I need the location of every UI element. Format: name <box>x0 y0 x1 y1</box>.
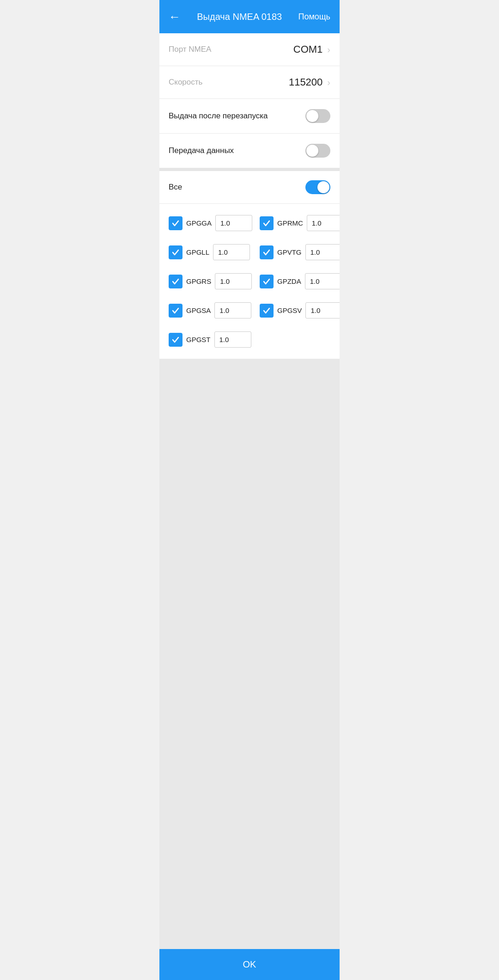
restart-label: Выдача после перезапуска <box>169 111 268 121</box>
nmea-name-gpgst: GPGST <box>186 336 211 343</box>
bottom-spacer <box>159 359 340 949</box>
port-chevron-icon: › <box>327 44 330 55</box>
checkbox-gprmc[interactable] <box>260 216 274 230</box>
speed-value: 115200 <box>289 76 323 88</box>
port-label: Порт NMEA <box>169 45 211 54</box>
nmea-input-gprmc[interactable] <box>307 215 340 231</box>
speed-label: Скорость <box>169 78 202 87</box>
checkbox-gpgrs[interactable] <box>169 275 183 288</box>
nmea-item-gpgsa: GPGSA <box>165 296 256 325</box>
nmea-item-gprmc: GPRMC <box>256 208 340 238</box>
port-row[interactable]: Порт NMEA COM1 › <box>159 33 340 66</box>
nmea-item-gpgga: GPGGA <box>165 208 256 238</box>
checkbox-gpgga[interactable] <box>169 216 183 230</box>
nmea-name-gpgga: GPGGA <box>186 219 212 227</box>
nmea-item-gpgrs: GPGRS <box>165 267 256 296</box>
nmea-name-gpgll: GPGLL <box>186 248 209 256</box>
nmea-input-gpgsa[interactable] <box>214 302 251 318</box>
page-title: Выдача NMEA 0183 <box>197 12 282 22</box>
port-value: COM1 <box>293 43 323 55</box>
nmea-name-gpvtg: GPVTG <box>277 248 302 256</box>
back-button[interactable]: ← <box>169 10 181 24</box>
nmea-name-gprmc: GPRMC <box>277 219 303 227</box>
checkbox-gpgsv[interactable] <box>260 304 274 318</box>
nmea-name-gpgsa: GPGSA <box>186 306 211 314</box>
all-row: Все <box>159 171 340 204</box>
nmea-input-gpgrs[interactable] <box>215 273 252 289</box>
nmea-input-gpgst[interactable] <box>214 331 251 348</box>
content-area: Порт NMEA COM1 › Скорость 115200 › Выдач… <box>159 33 340 949</box>
nmea-input-gpgga[interactable] <box>215 215 252 231</box>
transfer-label: Передача данных <box>169 146 234 155</box>
nmea-name-gpgrs: GPGRS <box>186 277 211 285</box>
transfer-slider <box>305 144 330 158</box>
checkbox-gpgll[interactable] <box>169 245 183 259</box>
nmea-item-gpzda: GPZDA <box>256 267 340 296</box>
nmea-item-gpvtg: GPVTG <box>256 238 340 267</box>
all-toggle[interactable] <box>305 180 330 194</box>
help-button[interactable]: Помощь <box>298 12 330 22</box>
restart-toggle[interactable] <box>305 109 330 123</box>
nmea-grid: GPGGA GPRMC GPGLL <box>159 204 340 359</box>
speed-chevron-icon: › <box>327 77 330 88</box>
nmea-input-gpzda[interactable] <box>305 273 340 289</box>
restart-row: Выдача после перезапуска <box>159 99 340 134</box>
header: ← Выдача NMEA 0183 Помощь <box>159 0 340 33</box>
nmea-input-gpvtg[interactable] <box>305 244 340 260</box>
checkbox-gpvtg[interactable] <box>260 245 274 259</box>
all-slider <box>305 180 330 194</box>
checkbox-gpgst[interactable] <box>169 333 183 347</box>
nmea-item-gpgst: GPGST <box>165 325 256 354</box>
transfer-toggle[interactable] <box>305 144 330 158</box>
all-label: Все <box>169 183 182 192</box>
nmea-name-gpzda: GPZDA <box>277 277 301 285</box>
nmea-name-gpgsv: GPGSV <box>277 306 302 314</box>
nmea-input-gpgsv[interactable] <box>305 302 340 318</box>
nmea-item-gpgll: GPGLL <box>165 238 256 267</box>
ok-button[interactable]: OK <box>159 949 340 980</box>
nmea-item-gpgsv: GPGSV <box>256 296 340 325</box>
checkbox-gpgsa[interactable] <box>169 304 183 318</box>
transfer-row: Передача данных <box>159 134 340 168</box>
nmea-input-gpgll[interactable] <box>213 244 250 260</box>
speed-row[interactable]: Скорость 115200 › <box>159 66 340 99</box>
checkbox-gpzda[interactable] <box>260 275 274 288</box>
port-value-container: COM1 › <box>293 43 330 55</box>
speed-value-container: 115200 › <box>289 76 330 88</box>
restart-slider <box>305 109 330 123</box>
